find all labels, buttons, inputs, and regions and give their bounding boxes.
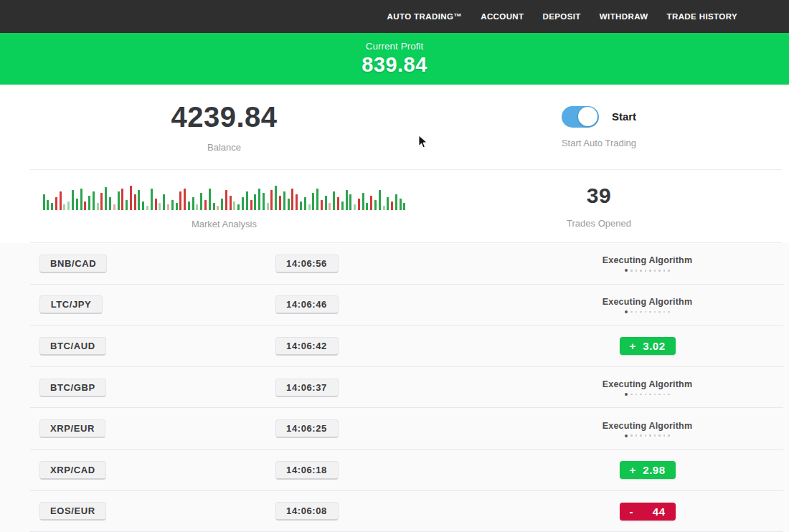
- trade-row: EOS/EUR 14:06:08 -44: [0, 491, 789, 532]
- progress-dot: [663, 394, 666, 396]
- market-bar: [184, 189, 186, 210]
- market-bar: [329, 203, 331, 210]
- executing-progress-dots: [625, 434, 670, 437]
- market-bar: [196, 204, 198, 210]
- pair-badge: BNB/CAD: [39, 255, 107, 273]
- market-section: Market Analysis 39 Trades Opened: [0, 170, 789, 242]
- nav-item-auto-trading[interactable]: AUTO TRADING™: [387, 12, 463, 21]
- market-analysis-label: Market Analysis: [192, 219, 257, 229]
- market-bar: [163, 194, 165, 210]
- time-badge: 14:06:42: [275, 337, 339, 356]
- progress-dot: [645, 311, 647, 313]
- nav-menu: AUTO TRADING™ACCOUNTDEPOSITWITHDRAWTRADE…: [387, 12, 737, 21]
- trade-row: XRP/CAD 14:06:18 +2.98: [0, 450, 789, 491]
- time-badge: 14:06:18: [275, 461, 339, 480]
- market-bar: [47, 200, 49, 210]
- market-bar: [176, 203, 178, 210]
- market-bar: [43, 194, 45, 210]
- balance-label: Balance: [207, 142, 241, 153]
- market-bar: [134, 194, 136, 210]
- executing-label: Executing Algorithm: [603, 421, 693, 431]
- market-bar: [60, 191, 62, 210]
- market-bar: [358, 199, 360, 210]
- trade-result-badge: +2.98: [620, 461, 676, 479]
- market-bar: [67, 201, 70, 210]
- market-bar: [221, 199, 223, 210]
- result-value: 2.98: [643, 464, 665, 476]
- market-bar: [192, 197, 194, 210]
- market-bar: [304, 197, 306, 210]
- time-badge: 14:06:37: [275, 379, 339, 397]
- progress-dot: [658, 311, 661, 313]
- result-value: 3.02: [643, 340, 665, 352]
- progress-dot: [645, 394, 647, 396]
- top-navbar: AUTO TRADING™ACCOUNTDEPOSITWITHDRAWTRADE…: [0, 0, 789, 33]
- result-sign: +: [630, 464, 636, 476]
- mouse-cursor: [418, 135, 428, 149]
- trade-result-badge: -44: [620, 503, 676, 521]
- executing-label: Executing Algorithm: [603, 297, 693, 307]
- progress-dot: [630, 311, 633, 313]
- market-bar: [155, 199, 157, 210]
- market-bar: [341, 201, 344, 210]
- market-bar: [126, 200, 128, 210]
- market-bar: [246, 191, 248, 210]
- market-bar: [213, 203, 215, 210]
- pair-badge: LTC/JPY: [39, 295, 103, 314]
- market-bar: [370, 196, 372, 210]
- nav-item-trade-history[interactable]: TRADE HISTORY: [667, 12, 738, 21]
- market-bar: [316, 189, 318, 210]
- trade-row: LTC/JPY 14:06:46 Executing Algorithm: [0, 285, 789, 326]
- profit-banner-value: 839.84: [362, 53, 427, 77]
- trade-status: +3.02: [434, 337, 789, 355]
- market-bar: [84, 201, 86, 210]
- market-bar: [291, 189, 293, 210]
- nav-item-deposit[interactable]: DEPOSIT: [543, 12, 581, 21]
- progress-dot: [640, 394, 642, 396]
- balance-section: 4239.84 Balance Start Start Auto Trading: [0, 85, 789, 169]
- progress-dot: [654, 311, 656, 313]
- trade-row: BNB/CAD 14:06:56 Executing Algorithm: [0, 243, 789, 285]
- progress-dot: [649, 270, 651, 272]
- trade-status: Executing Algorithm: [434, 421, 789, 437]
- pair-badge: BTC/GBP: [39, 379, 106, 397]
- market-bar: [354, 204, 356, 210]
- market-bar: [72, 190, 74, 210]
- trade-status: Executing Algorithm: [434, 255, 789, 272]
- progress-dot: [649, 434, 651, 437]
- toggle-knob: [578, 107, 597, 126]
- progress-dot: [654, 434, 656, 437]
- auto-trading-toggle[interactable]: [562, 106, 599, 128]
- market-bar: [55, 197, 57, 210]
- toggle-label: Start: [612, 110, 636, 123]
- nav-item-account[interactable]: ACCOUNT: [481, 12, 524, 21]
- market-bar: [366, 203, 368, 210]
- progress-dot: [663, 270, 666, 272]
- market-bar: [400, 199, 402, 210]
- progress-dot: [668, 311, 670, 313]
- trades-list: BNB/CAD 14:06:56 Executing Algorithm LTC…: [0, 243, 789, 532]
- nav-item-withdraw[interactable]: WITHDRAW: [600, 12, 648, 21]
- profit-banner-label: Current Profit: [366, 41, 423, 52]
- trade-status: +2.98: [434, 461, 789, 479]
- market-bar: [308, 204, 311, 210]
- market-bar: [217, 206, 219, 210]
- progress-dot: [625, 393, 628, 396]
- market-bar: [325, 196, 327, 210]
- trade-result-badge: +3.02: [620, 337, 676, 355]
- trades-opened-value: 39: [587, 184, 611, 208]
- market-bar: [379, 190, 381, 210]
- executing-label: Executing Algorithm: [603, 255, 693, 265]
- market-bar: [275, 186, 277, 210]
- market-bar: [118, 191, 120, 210]
- market-bar: [337, 197, 339, 210]
- market-bar: [267, 203, 269, 210]
- market-bar: [204, 200, 207, 210]
- result-sign: -: [630, 505, 634, 518]
- auto-trading-label: Start Auto Trading: [562, 138, 636, 148]
- market-bar: [312, 193, 314, 210]
- time-badge: 14:06:46: [275, 295, 339, 314]
- market-bar: [270, 190, 273, 210]
- market-bar: [142, 201, 144, 210]
- progress-dot: [636, 270, 638, 272]
